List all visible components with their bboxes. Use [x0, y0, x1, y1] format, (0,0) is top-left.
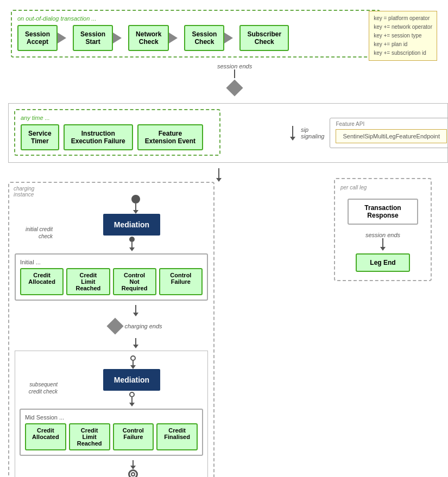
key-line-2: key += network operator	[374, 23, 432, 31]
mid-session-group: Mid Session ... CreditAllocated CreditLi…	[20, 409, 203, 456]
service-timer-box: ServiceTimer	[21, 124, 59, 150]
any-time-label: any time ...	[21, 115, 214, 121]
credit-limit-reached-1: CreditLimitReached	[66, 268, 110, 295]
credit-limit-reached-2: CreditLimitReached	[69, 423, 110, 450]
mediation-dot-1	[129, 237, 135, 242]
key-line-5: key += subscription id	[374, 49, 432, 58]
credit-allocated-1: CreditAllocated	[20, 268, 64, 295]
key-line-4: key += plan id	[374, 40, 432, 49]
key-box: key = platform operator key += network o…	[369, 11, 437, 61]
feature-api-label: Feature API	[336, 121, 447, 127]
initial-group: Initial ... CreditAllocated CreditLimitR…	[15, 253, 208, 301]
feature-extension-box: FeatureExtension Event	[137, 124, 203, 150]
session-accept-box: SessionAccept	[17, 25, 58, 51]
charging-instance-label: charginginstance	[14, 186, 34, 198]
any-time-boxes: ServiceTimer InstructionExecution Failur…	[21, 124, 214, 150]
arrow-3	[169, 33, 184, 43]
feature-api-box: Feature API SentinelSipMultiLegFeatureEn…	[330, 118, 448, 148]
end-circle	[128, 469, 138, 477]
control-failure-2: ControlFailure	[113, 423, 154, 450]
feature-api-endpoint: SentinelSipMultiLegFeatureEndpoint	[336, 129, 447, 143]
network-check-box: NetworkCheck	[128, 25, 169, 51]
subsequent-credit-check-label: subsequent credit check	[20, 381, 58, 395]
per-call-section: per call leg TransactionResponse session…	[334, 178, 432, 281]
diagram-container: on out-of-dialog transaction ... Session…	[0, 0, 448, 477]
control-failure-1: ControlFailure	[159, 268, 203, 295]
initial-state-boxes: CreditAllocated CreditLimitReached Contr…	[20, 268, 203, 295]
mediation-dot-2	[130, 355, 136, 361]
session-ends-per-call-label: session ends	[365, 232, 400, 238]
arrow-1	[58, 33, 73, 43]
initial-credit-check-label: initial credit check	[15, 226, 53, 240]
charging-instance-section: charginginstance initial credit check Me…	[8, 182, 214, 477]
mediation-dot-3	[129, 392, 135, 397]
mid-session-state-boxes: CreditAllocated CreditLimitReached Contr…	[25, 423, 198, 450]
top-flow-boxes: SessionAccept SessionStart NetworkCheck …	[17, 25, 374, 51]
key-line-3: key += session type	[374, 31, 432, 40]
transaction-response-box: TransactionResponse	[348, 199, 418, 225]
session-ends-top-label: session ends	[217, 63, 252, 69]
credit-allocated-2: CreditAllocated	[25, 423, 66, 450]
any-time-section: any time ... ServiceTimer InstructionExe…	[14, 109, 220, 156]
session-start-box: SessionStart	[73, 25, 113, 51]
out-of-dialog-label: on out-of-dialog transaction ...	[17, 15, 374, 22]
arrow-4	[224, 33, 239, 43]
credit-finalised: CreditFinalised	[156, 423, 198, 450]
charging-ends-label: charging ends	[124, 323, 162, 329]
subscriber-check-box: SubscriberCheck	[239, 25, 289, 51]
control-not-required: ControlNotRequired	[113, 268, 156, 295]
instruction-failure-box: InstructionExecution Failure	[64, 124, 133, 150]
mediation-box-2: Mediation	[103, 369, 160, 391]
leg-end-box: Leg End	[356, 253, 410, 272]
sip-signaling-label: sip signaling	[301, 126, 324, 139]
start-circle	[131, 195, 140, 203]
mediation-box-1: Mediation	[103, 214, 160, 236]
out-of-dialog-section: on out-of-dialog transaction ... Session…	[11, 10, 380, 58]
arrow-2	[113, 33, 128, 43]
charging-ends-diamond	[109, 316, 121, 336]
per-call-label: per call leg	[340, 185, 425, 190]
initial-group-label: Initial ...	[20, 259, 203, 265]
key-line-1: key = platform operator	[374, 14, 432, 23]
mid-session-label: Mid Session ...	[25, 414, 198, 421]
diamond-top	[229, 78, 241, 98]
session-check-box: SessionCheck	[184, 25, 224, 51]
